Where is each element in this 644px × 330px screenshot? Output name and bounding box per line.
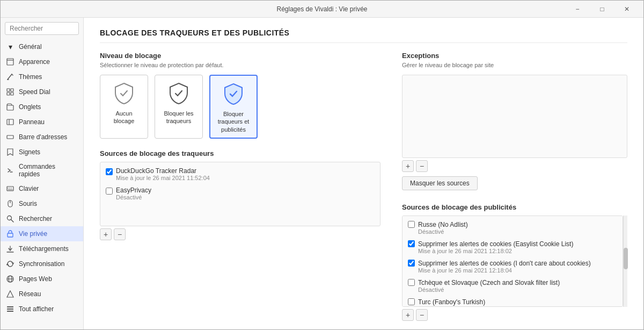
remove-ad-source-button[interactable]: − bbox=[416, 309, 428, 321]
shield-none-icon bbox=[113, 82, 135, 105]
close-button[interactable]: ✕ bbox=[614, 1, 639, 18]
souris-icon bbox=[6, 199, 14, 208]
list-item: Turc (Fanboy's Turkish) bbox=[405, 296, 620, 307]
sidebar-item-general[interactable]: ▾ Général bbox=[1, 39, 83, 54]
sidebar-item-label: Téléchargements bbox=[19, 245, 69, 253]
blocking-card-trackers-ads[interactable]: Bloquer traqueurs et publicités bbox=[209, 75, 258, 139]
blocking-trackers-label: Bloquer les traqueurs bbox=[159, 110, 198, 125]
blocking-level-title: Niveau de blocage bbox=[100, 52, 380, 60]
sidebar-item-pages-web[interactable]: Pages Web bbox=[1, 271, 83, 286]
sidebar-item-panneau[interactable]: Panneau bbox=[1, 114, 83, 130]
sidebar-item-synchronisation[interactable]: Synchronisation bbox=[1, 256, 83, 271]
russe-checkbox[interactable] bbox=[408, 221, 415, 228]
blocking-none-label: Aucun blocage bbox=[105, 110, 143, 125]
main-content: BLOCAGE DES TRAQUEURS ET DES PUBLICITÉS … bbox=[84, 18, 643, 329]
maximize-button[interactable]: □ bbox=[590, 1, 614, 18]
easylist-cookies-source-date: Mise à jour le 26 mai 2021 12:18:02 bbox=[418, 248, 573, 254]
russe-source-date: Désactivé bbox=[418, 228, 468, 235]
themes-icon bbox=[6, 73, 14, 81]
sidebar-item-label: Vie privée bbox=[19, 230, 47, 238]
sidebar-item-tout-afficher[interactable]: Tout afficher bbox=[1, 302, 83, 317]
telechargements-icon bbox=[6, 245, 14, 253]
main-window: Réglages de Vivaldi : Vie privée − □ ✕ ▾… bbox=[0, 0, 644, 330]
svg-rect-10 bbox=[7, 119, 13, 125]
sidebar-item-telechargements[interactable]: Téléchargements bbox=[1, 241, 83, 256]
ad-sources-section: Sources de blocage des publicités Russe … bbox=[402, 203, 627, 321]
sidebar-item-onglets[interactable]: Onglets bbox=[1, 99, 83, 114]
sidebar-item-label: Speed Dial bbox=[19, 88, 50, 96]
sidebar-item-label: Clavier bbox=[19, 185, 39, 192]
sidebar-item-speed-dial[interactable]: Speed Dial bbox=[1, 84, 83, 99]
blocking-level-desc: Sélectionner le niveau de protection par… bbox=[100, 62, 380, 68]
scrollbar-track[interactable] bbox=[623, 216, 627, 307]
window-title: Réglages de Vivaldi : Vie privée bbox=[79, 5, 565, 13]
sidebar-item-clavier[interactable]: Clavier bbox=[1, 181, 83, 196]
easylist-cookies-checkbox[interactable] bbox=[408, 240, 415, 247]
add-tracker-source-button[interactable]: + bbox=[100, 228, 112, 240]
idontcare-source-name: Supprimer les alertes de cookies (I don'… bbox=[418, 260, 591, 267]
tracker-sources-title: Sources de blocage des traqueurs bbox=[100, 149, 380, 157]
list-item: DuckDuckGo Tracker Radar Mise à jour le … bbox=[103, 164, 378, 184]
ddg-checkbox[interactable] bbox=[106, 168, 113, 175]
sidebar-item-label: Thèmes bbox=[19, 73, 42, 81]
russe-source-name: Russe (No Adlist) bbox=[418, 221, 468, 228]
sidebar: ▾ Général Apparence Thèmes Speed Dial bbox=[1, 18, 84, 329]
reseau-icon bbox=[6, 290, 14, 298]
shield-trackers-icon bbox=[168, 82, 189, 105]
pages-web-icon bbox=[6, 275, 14, 283]
tracker-sources-section: Sources de blocage des traqueurs DuckDuc… bbox=[100, 149, 380, 240]
add-ad-source-button[interactable]: + bbox=[402, 309, 414, 321]
sidebar-item-label: Pages Web bbox=[19, 275, 52, 283]
sidebar-item-label: Souris bbox=[19, 200, 37, 207]
minimize-button[interactable]: − bbox=[565, 1, 590, 18]
shield-trackers-ads-icon bbox=[223, 82, 244, 106]
blocking-card-trackers[interactable]: Bloquer les traqueurs bbox=[155, 75, 203, 139]
sidebar-item-signets[interactable]: Signets bbox=[1, 145, 83, 160]
speed-dial-icon bbox=[6, 88, 14, 96]
idontcare-checkbox[interactable] bbox=[408, 260, 415, 267]
czech-slovak-checkbox[interactable] bbox=[408, 279, 415, 286]
masquer-les-sources-button[interactable]: Masquer les sources bbox=[402, 176, 478, 190]
remove-exception-button[interactable]: − bbox=[416, 160, 428, 172]
sidebar-item-label: Synchronisation bbox=[19, 260, 64, 268]
sidebar-item-commandes-rapides[interactable]: Commandes rapides bbox=[1, 160, 83, 181]
svg-rect-14 bbox=[7, 186, 13, 191]
sidebar-item-label: Commandes rapides bbox=[19, 163, 78, 178]
right-column: Exceptions Gérer le niveau de blocage pa… bbox=[402, 52, 627, 321]
sidebar-item-souris[interactable]: Souris bbox=[1, 196, 83, 211]
svg-rect-31 bbox=[7, 309, 13, 310]
panneau-icon bbox=[6, 118, 14, 126]
ddg-source-name: DuckDuckGo Tracker Radar bbox=[116, 167, 210, 175]
add-exception-button[interactable]: + bbox=[402, 160, 414, 172]
exceptions-desc: Gérer le niveau de blocage par site bbox=[402, 62, 627, 68]
svg-rect-0 bbox=[7, 59, 13, 65]
scrollbar-thumb[interactable] bbox=[624, 248, 628, 269]
sidebar-search-container bbox=[5, 22, 79, 35]
vie-privee-icon bbox=[6, 229, 14, 238]
left-column: Niveau de blocage Sélectionner le niveau… bbox=[100, 52, 380, 321]
blocking-card-none[interactable]: Aucun blocage bbox=[100, 75, 148, 139]
turc-checkbox[interactable] bbox=[408, 298, 415, 305]
sidebar-item-apparence[interactable]: Apparence bbox=[1, 54, 83, 69]
ad-source-actions: + − bbox=[402, 309, 627, 321]
sidebar-item-label: Général bbox=[19, 43, 42, 51]
svg-rect-12 bbox=[7, 135, 13, 139]
sidebar-item-themes[interactable]: Thèmes bbox=[1, 69, 83, 84]
easyprivacy-checkbox[interactable] bbox=[106, 188, 113, 195]
sidebar-item-reseau[interactable]: Réseau bbox=[1, 286, 83, 302]
list-item: Supprimer les alertes de cookies (Easyli… bbox=[405, 238, 620, 257]
sidebar-item-label: Onglets bbox=[19, 103, 41, 111]
sidebar-item-rechercher[interactable]: Rechercher bbox=[1, 211, 83, 226]
svg-rect-5 bbox=[7, 89, 10, 91]
remove-tracker-source-button[interactable]: − bbox=[114, 228, 126, 240]
easyprivacy-source-name: EasyPrivacy bbox=[116, 186, 151, 194]
titlebar: Réglages de Vivaldi : Vie privée − □ ✕ bbox=[1, 1, 643, 18]
sidebar-item-barre-adresses[interactable]: Barre d'adresses bbox=[1, 130, 83, 145]
sidebar-item-label: Panneau bbox=[19, 118, 45, 126]
sidebar-item-label: Réseau bbox=[19, 290, 41, 298]
page-title: BLOCAGE DES TRAQUEURS ET DES PUBLICITÉS bbox=[100, 28, 627, 43]
ad-sources-list: Russe (No Adlist) Désactivé Supprimer le… bbox=[402, 216, 623, 307]
commandes-rapides-icon bbox=[6, 166, 14, 175]
search-input[interactable] bbox=[5, 22, 79, 35]
sidebar-item-vie-privee[interactable]: Vie privée bbox=[1, 226, 83, 241]
